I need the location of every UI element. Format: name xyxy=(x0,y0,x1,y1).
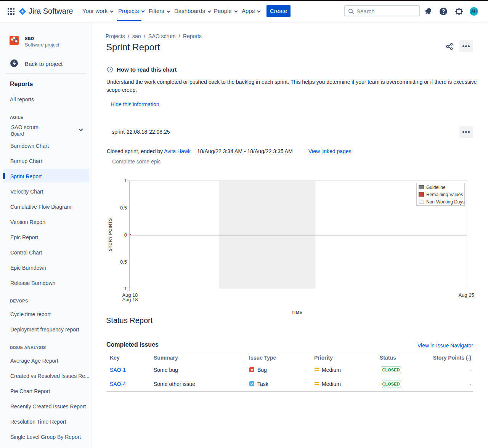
svg-text:?: ? xyxy=(109,67,111,72)
